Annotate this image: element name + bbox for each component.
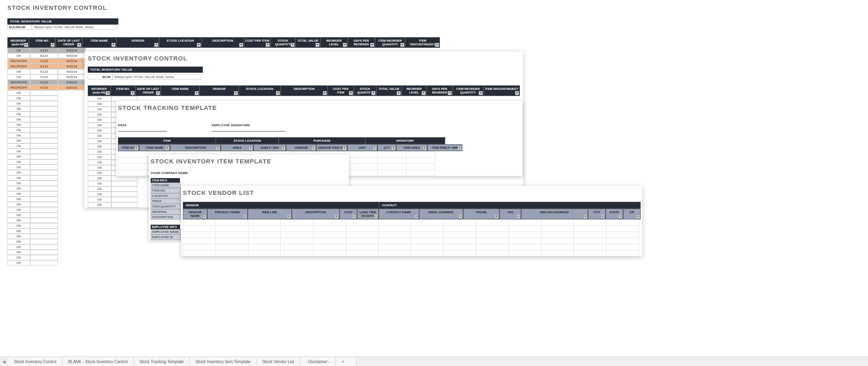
filter-icon[interactable] [111,43,115,47]
filter-icon[interactable] [156,91,160,95]
filter-icon[interactable] [165,146,169,150]
panel5-sub-header-10[interactable]: MAILING ADDRESS [521,209,588,219]
filter-icon[interactable] [24,43,28,47]
filter-icon[interactable] [400,43,404,47]
panel3-sub-header-4[interactable]: SHELF / BIN [253,144,286,151]
filter-icon[interactable] [618,214,622,219]
filter-icon[interactable] [134,146,138,150]
panel1-header-0[interactable]: REORDER (auto-fill) [7,37,29,48]
filter-icon[interactable] [391,146,395,150]
panel2-header-8[interactable]: STOCK QUANTITY [354,85,377,96]
panel2-header-1[interactable]: ITEM NO. [111,85,136,96]
filter-icon[interactable] [422,91,426,95]
filter-icon[interactable] [202,214,206,219]
panel2-header-9[interactable]: TOTAL VALUE [376,85,402,96]
sheet-tab--disclaimer-[interactable]: - Disclaimer - [300,357,336,366]
panel2-header-13[interactable]: ITEM DISCONTINUED? [484,85,520,96]
filter-icon[interactable] [370,43,374,47]
panel5-sub-header-2[interactable]: WEB LINK [248,209,292,219]
panel5-sub-header-13[interactable]: ZIP [623,209,641,219]
filter-icon[interactable] [216,146,220,150]
filter-icon[interactable] [266,43,270,47]
panel5-sub-header-3[interactable]: DESCRIPTION [292,209,340,219]
panel1-header-7[interactable]: COST PER ITEM [244,37,271,48]
panel1-empty-row[interactable]: OK [7,260,440,266]
filter-icon[interactable] [414,214,418,219]
panel3-sub-header-7[interactable]: UNIT [347,144,377,151]
panel1-header-1[interactable]: ITEM NO. [29,37,55,48]
panel1-header-10[interactable]: REORDER LEVEL [320,37,348,48]
panel3-sub-header-6[interactable]: VENDOR ITEM NO. [316,144,347,151]
filter-icon[interactable] [287,214,291,219]
panel2-header-6[interactable]: DESCRIPTION [281,85,328,96]
panel1-header-4[interactable]: VENDOR [116,37,159,48]
filter-icon[interactable] [197,43,201,47]
filter-icon[interactable] [583,214,587,219]
filter-icon[interactable] [448,91,452,95]
panel3-date-input-line[interactable] [118,127,167,132]
filter-icon[interactable] [315,43,320,47]
panel3-sub-header-8[interactable]: QTY [377,144,396,151]
panel3-sig-input-line[interactable] [212,127,285,132]
panel2-header-2[interactable]: DATE OF LAST ORDER [135,85,161,96]
panel3-sub-header-10[interactable]: ITEM SHELF / BIN [427,144,462,151]
panel1-header-9[interactable]: TOTAL VALUE [295,37,320,48]
panel2-header-11[interactable]: DAYS PER REORDER [426,85,453,96]
filter-icon[interactable] [51,43,55,47]
filter-icon[interactable] [479,91,483,95]
panel1-header-8[interactable]: STOCK QUANTITY [271,37,295,48]
panel3-sub-header-0[interactable]: ITEM NO. [118,144,139,151]
panel5-sub-header-9[interactable]: FAX [499,209,521,219]
sheet-tab-stock-inventory-item-template[interactable]: Stock Inventory Item Template [190,357,256,366]
filter-icon[interactable] [291,43,295,47]
filter-icon[interactable] [636,214,640,219]
panel1-header-12[interactable]: ITEM REORDER QUANTITY [375,37,406,48]
panel5-sub-header-6[interactable]: CONTACT NAME [379,209,419,219]
filter-icon[interactable] [352,214,356,219]
panel2-header-12[interactable]: ITEM REORDER QUANTITY [453,85,484,96]
filter-icon[interactable] [323,91,327,95]
panel5-sub-header-12[interactable]: STATE [606,209,623,219]
panel1-header-11[interactable]: DAYS PER REORDER [348,37,375,48]
filter-icon[interactable] [243,214,247,219]
panel5-sub-header-5[interactable]: LEAD TIME IN DAYS [357,209,378,219]
filter-icon[interactable] [457,146,462,150]
filter-icon[interactable] [342,146,346,150]
filter-icon[interactable] [131,91,135,95]
sheet-tab-stock-tracking-template[interactable]: Stock Tracking Template [134,357,190,366]
sheet-tab-stock-inventory-control[interactable]: Stock Inventory Control [8,357,62,366]
panel5-sub-header-8[interactable]: PHONE [463,209,500,219]
filter-icon[interactable] [373,146,377,150]
panel2-header-3[interactable]: ITEM NAME [161,85,200,96]
sheet-nav-prev-icon[interactable]: ◀ [0,357,8,366]
filter-icon[interactable] [335,214,339,219]
filter-icon[interactable] [276,91,280,95]
panel5-sub-header-4[interactable]: COST [340,209,357,219]
panel3-sub-header-2[interactable]: DESCRIPTION [170,144,221,151]
filter-icon[interactable] [435,43,439,47]
panel1-header-3[interactable]: ITEM NAME [82,37,117,48]
panel2-header-10[interactable]: REORDER LEVEL [402,85,427,96]
filter-icon[interactable] [311,146,315,150]
filter-icon[interactable] [234,91,238,95]
filter-icon[interactable] [343,43,347,47]
panel5-sub-header-7[interactable]: EMAIL ADDRESS [419,209,463,219]
filter-icon[interactable] [239,43,243,47]
panel5-sub-header-1[interactable]: PRODUCT NAME [207,209,248,219]
filter-icon[interactable] [371,91,375,95]
panel5-sub-header-11[interactable]: CITY [588,209,606,219]
filter-icon[interactable] [458,214,462,219]
panel2-header-4[interactable]: VENDOR [200,85,238,96]
filter-icon[interactable] [495,214,499,219]
sheet-tab-stock-vendor-list[interactable]: Stock Vendor List [257,357,300,366]
filter-icon[interactable] [349,91,353,95]
panel3-sub-header-9[interactable]: ITEM AREA [396,144,427,151]
sheet-tab-blank-stock-inventory-control[interactable]: BLANK - Stock Inventory Control [62,357,134,366]
filter-icon[interactable] [516,214,520,219]
panel3-sub-header-3[interactable]: AREA [221,144,253,151]
filter-icon[interactable] [249,146,253,150]
filter-icon[interactable] [77,43,81,47]
filter-icon[interactable] [106,91,110,95]
filter-icon[interactable] [154,43,158,47]
filter-icon[interactable] [374,214,378,219]
